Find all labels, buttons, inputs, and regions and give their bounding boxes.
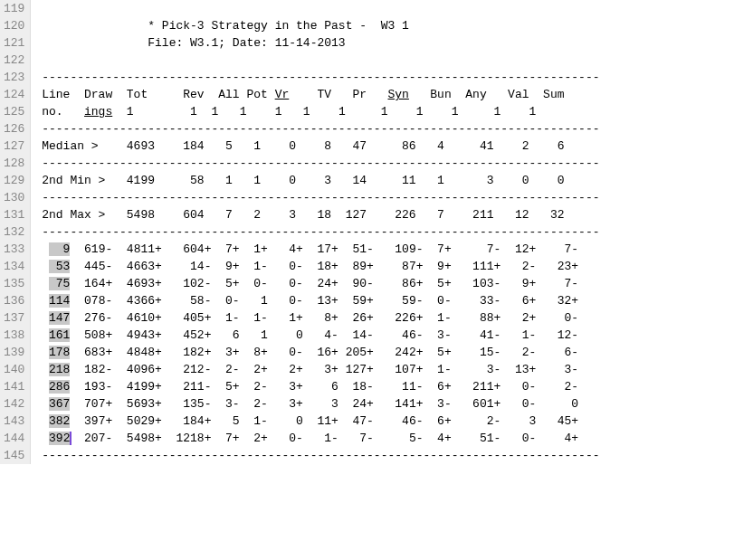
line-number: 129 xyxy=(4,172,24,189)
line-number: 123 xyxy=(4,69,24,86)
code-line: no. ings 1 1 1 1 1 1 1 1 1 1 1 1 xyxy=(34,103,599,120)
line-number: 127 xyxy=(4,138,24,155)
line-number: 145 xyxy=(4,447,24,464)
line-number: 139 xyxy=(4,344,24,361)
code-line: 218 182- 4096+ 212- 2- 2+ 2+ 3+ 127+ 107… xyxy=(34,361,599,378)
code-line xyxy=(34,52,599,69)
code-line: 2nd Max > 5498 604 7 2 3 18 127 226 7 21… xyxy=(34,206,599,223)
text-editor[interactable]: 1191201211221231241251261271281291301311… xyxy=(0,0,734,464)
code-line: 53 445- 4663+ 14- 9+ 1- 0- 18+ 89+ 87+ 9… xyxy=(34,258,599,275)
code-line: ----------------------------------------… xyxy=(34,189,599,206)
code-line: Median > 4693 184 5 1 0 8 47 86 4 41 2 6 xyxy=(34,138,599,155)
code-line: ----------------------------------------… xyxy=(34,223,599,241)
line-number: 141 xyxy=(4,378,24,395)
code-line: 147 276- 4610+ 405+ 1- 1- 1+ 8+ 26+ 226+… xyxy=(34,309,599,327)
line-number: 144 xyxy=(4,430,24,447)
line-number: 142 xyxy=(4,395,24,413)
code-line: 2nd Min > 4199 58 1 1 0 3 14 11 1 3 0 0 xyxy=(34,172,599,189)
code-area[interactable]: * Pick-3 Strategy in the Past - W3 1 Fil… xyxy=(31,0,599,464)
code-line xyxy=(34,0,599,17)
code-line: 392 207- 5498+ 1218+ 7+ 2+ 0- 1- 7- 5- 4… xyxy=(34,430,599,447)
code-line: 367 707+ 5693+ 135- 3- 2- 3+ 3 24+ 141+ … xyxy=(34,395,599,413)
line-number: 132 xyxy=(4,223,24,241)
line-number: 143 xyxy=(4,413,24,430)
line-number: 128 xyxy=(4,155,24,172)
line-number: 119 xyxy=(4,0,24,17)
code-line: 75 164+ 4693+ 102- 5+ 0- 0- 24+ 90- 86+ … xyxy=(34,275,599,292)
code-line: 161 508+ 4943+ 452+ 6 1 0 4- 14- 46- 3- … xyxy=(34,327,599,344)
line-number: 122 xyxy=(4,52,24,69)
line-number: 126 xyxy=(4,120,24,138)
code-line: 9 619- 4811+ 604+ 7+ 1+ 4+ 17+ 51- 109- … xyxy=(34,241,599,258)
line-number: 134 xyxy=(4,258,24,275)
code-line: ----------------------------------------… xyxy=(34,69,599,86)
code-line: * Pick-3 Strategy in the Past - W3 1 xyxy=(34,17,599,34)
line-number: 125 xyxy=(4,103,24,120)
line-number: 137 xyxy=(4,309,24,327)
code-line: ----------------------------------------… xyxy=(34,120,599,138)
line-number: 136 xyxy=(4,292,24,309)
line-number: 133 xyxy=(4,241,24,258)
code-line: Line Draw Tot Rev All Pot Vr TV Pr Syn B… xyxy=(34,86,599,103)
line-number: 130 xyxy=(4,189,24,206)
line-number: 140 xyxy=(4,361,24,378)
code-line: 178 683+ 4848+ 182+ 3+ 8+ 0- 16+ 205+ 24… xyxy=(34,344,599,361)
line-number: 120 xyxy=(4,17,24,34)
code-line: ----------------------------------------… xyxy=(34,155,599,172)
line-number: 135 xyxy=(4,275,24,292)
code-line: File: W3.1; Date: 11-14-2013 xyxy=(34,34,599,52)
code-line: 114 078- 4366+ 58- 0- 1 0- 13+ 59+ 59- 0… xyxy=(34,292,599,309)
line-number: 131 xyxy=(4,206,24,223)
code-line: 286 193- 4199+ 211- 5+ 2- 3+ 6 18- 11- 6… xyxy=(34,378,599,395)
code-line: ----------------------------------------… xyxy=(34,447,599,464)
line-number: 121 xyxy=(4,34,24,52)
code-line: 382 397+ 5029+ 184+ 5 1- 0 11+ 47- 46- 6… xyxy=(34,413,599,430)
line-number-gutter: 1191201211221231241251261271281291301311… xyxy=(0,0,31,464)
line-number: 124 xyxy=(4,86,24,103)
line-number: 138 xyxy=(4,327,24,344)
